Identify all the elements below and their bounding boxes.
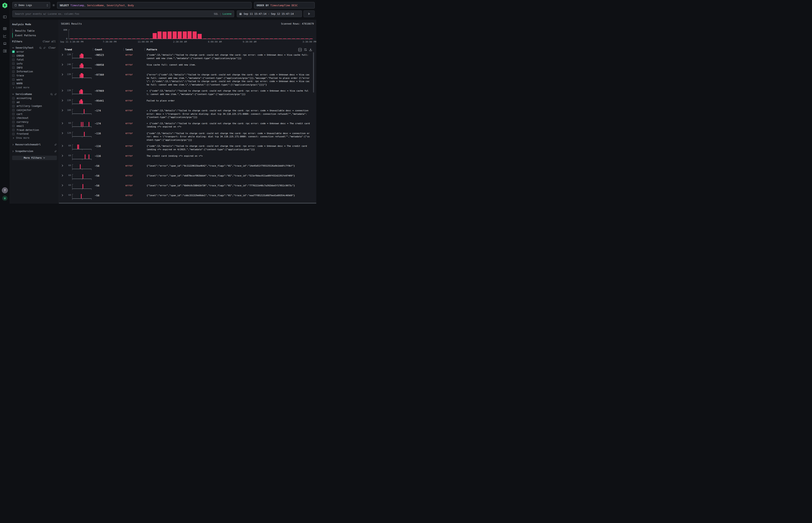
table-row[interactable]: 60~58error{"level":"error","span_id":"6b… bbox=[61, 182, 314, 192]
chart-bar[interactable] bbox=[173, 32, 177, 39]
row-expand-chevron-icon[interactable] bbox=[61, 174, 65, 181]
filter-option-cart[interactable]: cart bbox=[12, 112, 57, 116]
wrap-lines-icon[interactable] bbox=[304, 48, 307, 51]
filter-option-artillery-loadgen[interactable]: artillery-loadgen bbox=[12, 104, 57, 108]
checkbox[interactable] bbox=[12, 105, 15, 107]
checkbox[interactable] bbox=[12, 113, 15, 115]
chevron-down-icon[interactable] bbox=[12, 47, 14, 49]
date-range-picker[interactable]: Sep 11 15:47:14 - Sep 12 15:47:14 bbox=[237, 11, 302, 17]
help-button[interactable]: ? bbox=[2, 187, 8, 193]
filter-option-ad[interactable]: ad bbox=[12, 100, 57, 104]
row-expand-chevron-icon[interactable] bbox=[61, 154, 65, 162]
table-row[interactable]: 120~116error{"code":13,"details":"failed… bbox=[61, 130, 314, 143]
sidebar-toggle-icon[interactable] bbox=[3, 15, 7, 19]
select-query-input[interactable]: SELECTTimestamp,ServiceName,SeverityText… bbox=[57, 2, 251, 8]
row-expand-chevron-icon[interactable] bbox=[61, 144, 65, 151]
dashboards-icon[interactable] bbox=[3, 49, 7, 53]
checkbox[interactable] bbox=[12, 70, 15, 73]
column-header-count[interactable]: Count bbox=[95, 48, 102, 51]
row-expand-chevron-icon[interactable] bbox=[61, 121, 65, 129]
row-expand-chevron-icon[interactable] bbox=[61, 89, 65, 96]
load-more-link[interactable]: Load more bbox=[13, 86, 57, 90]
checkbox[interactable] bbox=[12, 129, 15, 131]
vertical-scrollbar[interactable] bbox=[313, 52, 314, 92]
pin-icon[interactable] bbox=[54, 93, 57, 95]
client-sessions-icon[interactable] bbox=[3, 41, 7, 46]
user-avatar[interactable]: U bbox=[2, 196, 7, 201]
filter-group-name[interactable]: ScopeVersion bbox=[15, 150, 53, 152]
chart-bar[interactable] bbox=[167, 32, 172, 39]
more-filters-button[interactable]: More filters bbox=[12, 156, 57, 160]
source-select[interactable]: Demo Logs bbox=[12, 2, 50, 8]
checkbox[interactable] bbox=[12, 133, 15, 135]
run-query-button[interactable] bbox=[303, 11, 315, 17]
filter-option-warn[interactable]: warn bbox=[12, 78, 57, 82]
pin-icon[interactable] bbox=[54, 150, 57, 152]
source-settings-gear-icon[interactable] bbox=[52, 4, 55, 7]
column-header-trend[interactable]: Trend bbox=[65, 48, 72, 51]
checkbox[interactable] bbox=[12, 82, 15, 85]
checkbox[interactable] bbox=[12, 58, 15, 61]
table-row[interactable]: 24K~98058errorVisa cache full: cannot ad… bbox=[61, 62, 314, 72]
horizontal-scrollbar[interactable] bbox=[59, 203, 316, 204]
checkbox[interactable] bbox=[12, 74, 15, 77]
filter-option-frontend[interactable]: frontend bbox=[12, 132, 57, 136]
filter-option-email[interactable]: email bbox=[12, 124, 57, 128]
table-row[interactable]: 60~174error×{"code":13,"details":"failed… bbox=[61, 120, 314, 130]
chart-bar[interactable] bbox=[162, 32, 166, 39]
column-header-pattern[interactable]: Pattern bbox=[147, 48, 157, 51]
table-row[interactable]: 22K~98523error{"code":13,"details":"fail… bbox=[61, 52, 314, 62]
checkbox[interactable] bbox=[12, 54, 15, 57]
checkbox[interactable] bbox=[12, 50, 15, 53]
search-icon[interactable] bbox=[50, 93, 53, 95]
pin-icon[interactable] bbox=[43, 47, 46, 49]
table-row[interactable]: 60~58error{"level":"error","span_id":"eb… bbox=[61, 173, 314, 182]
row-expand-chevron-icon[interactable] bbox=[61, 63, 65, 70]
filter-option-cainjector[interactable]: cainjector bbox=[12, 108, 57, 112]
checkbox[interactable] bbox=[12, 109, 15, 111]
filter-group-name[interactable]: ResourceSchemaUrl bbox=[15, 143, 53, 146]
chart-bar[interactable] bbox=[183, 32, 187, 39]
chevron-down-icon[interactable] bbox=[12, 93, 14, 95]
checkbox[interactable] bbox=[12, 97, 15, 100]
checkbox[interactable] bbox=[12, 78, 15, 81]
load-more-link[interactable]: Show more bbox=[13, 136, 57, 140]
pin-icon[interactable] bbox=[54, 143, 57, 146]
table-row[interactable]: 22K~95441errorFailed to place order bbox=[61, 97, 314, 107]
table-row[interactable]: 60~58error{"level":"error","span_id":"0c… bbox=[61, 163, 314, 173]
search-icon[interactable] bbox=[39, 47, 42, 49]
table-row[interactable]: 22K~97360error{"error":{"code":13,"detai… bbox=[61, 72, 314, 88]
chart-bar[interactable] bbox=[193, 32, 197, 39]
filter-option-info[interactable]: INFO bbox=[12, 66, 57, 70]
chevron-right-icon[interactable] bbox=[12, 150, 14, 152]
chart-explorer-icon[interactable] bbox=[3, 34, 7, 38]
filter-group-name[interactable]: ServiceName bbox=[16, 93, 49, 95]
filter-option-currency[interactable]: currency bbox=[12, 120, 57, 124]
checkbox[interactable] bbox=[12, 66, 15, 69]
analysis-mode-option[interactable]: Results Table bbox=[12, 29, 57, 33]
table-row[interactable]: 60~58error{"level":"error","span_id":"cd… bbox=[61, 192, 314, 202]
chart-bar[interactable] bbox=[158, 32, 162, 39]
chart-bar[interactable] bbox=[188, 31, 192, 39]
filter-option-accounting[interactable]: accounting bbox=[12, 96, 57, 100]
table-row[interactable]: 60~116error{"code":13,"details":"failed … bbox=[61, 143, 314, 153]
filter-option-information[interactable]: Information bbox=[12, 70, 57, 74]
column-config-icon[interactable] bbox=[298, 48, 302, 51]
filter-option-fatal[interactable]: fatal bbox=[12, 58, 57, 62]
row-expand-chevron-icon[interactable] bbox=[61, 183, 65, 191]
filter-group-name[interactable]: SeverityText bbox=[16, 47, 38, 49]
table-row[interactable]: 180~174error×{"code":13,"details":"faile… bbox=[61, 107, 314, 120]
download-icon[interactable] bbox=[309, 48, 312, 51]
row-expand-chevron-icon[interactable] bbox=[61, 193, 65, 201]
row-expand-chevron-icon[interactable] bbox=[61, 164, 65, 172]
chart-bar[interactable] bbox=[198, 34, 202, 39]
column-header-level[interactable]: level bbox=[125, 48, 133, 51]
checkbox[interactable] bbox=[12, 117, 15, 119]
row-expand-chevron-icon[interactable] bbox=[61, 131, 65, 142]
analysis-mode-option[interactable]: Event Patterns bbox=[12, 33, 57, 38]
filter-option-error[interactable]: error bbox=[12, 50, 57, 54]
filter-option-info[interactable]: info bbox=[12, 62, 57, 66]
order-by-input[interactable]: ORDER BYTimestampTime DESC bbox=[254, 2, 315, 8]
filter-option-fraud-detection[interactable]: fraud-detection bbox=[12, 128, 57, 132]
chevron-right-icon[interactable] bbox=[12, 144, 14, 146]
